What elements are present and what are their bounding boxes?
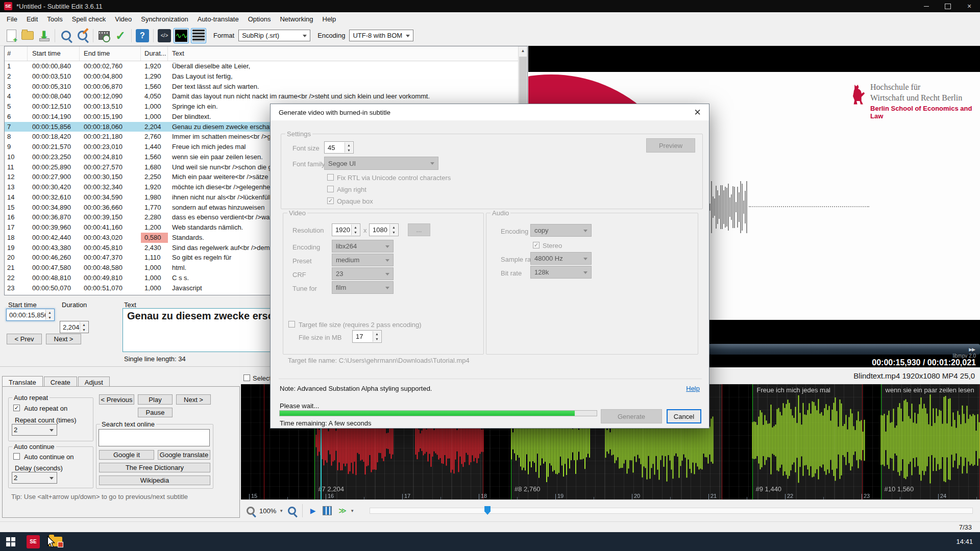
column-header-2[interactable]: Start time [28,46,80,61]
spinner-arrows-icon[interactable]: ▲▼ [389,224,398,235]
next-button[interactable]: Next > [176,394,211,405]
minimize-button[interactable] [916,0,937,12]
file-size-spinner[interactable]: 17 ▲▼ [352,330,382,343]
find-icon[interactable] [59,29,73,43]
delay-dropdown[interactable]: 2 [12,472,57,484]
waveform-scrollbar[interactable] [370,508,973,514]
help-icon[interactable]: ? [135,29,150,43]
font-family-dropdown[interactable]: Segoe UI [324,157,438,170]
waveform-position-marker[interactable] [484,506,491,515]
menu-item-help[interactable]: Help [318,13,341,25]
font-size-spinner[interactable]: 45 ▲▼ [324,141,354,154]
bit-rate-dropdown[interactable]: 128k [530,266,592,279]
duration-spinner[interactable]: 2,204 ▲▼ [60,321,89,333]
view-mode-button[interactable] [322,505,333,516]
spinner-arrows-icon[interactable]: ▲▼ [80,322,88,332]
subtitle-row-4[interactable]: 400:00:08,04000:00:12,0904,050Damit das … [5,91,527,102]
repeat-count-dropdown[interactable]: 2 [12,424,57,436]
help-link[interactable]: Help [686,385,700,392]
maximize-button[interactable] [937,0,959,12]
browse-resolution-button[interactable]: ... [408,223,430,236]
ruler-second-label: 15 [251,493,257,499]
progress-bar-fill [280,411,575,416]
open-folder-icon[interactable] [20,29,35,43]
sample-rate-dropdown[interactable]: 48000 Hz [530,252,592,265]
tune-dropdown[interactable]: film [332,281,394,294]
windows-start-icon[interactable] [6,537,15,546]
menu-item-spell-check[interactable]: Spell check [67,13,110,25]
playback-speed-button[interactable]: ≫ [336,505,347,516]
format-dropdown[interactable]: SubRip (.srt) [238,30,310,41]
google-it-button[interactable]: Google it [99,450,154,460]
title-bar: SE *Untitled - Subtitle Edit 3.6.11 × [0,0,980,12]
video-toggle-icon[interactable] [191,28,206,43]
menu-item-file[interactable]: File [2,13,22,25]
column-header-4[interactable]: Durat... [141,46,168,61]
save-icon[interactable]: ⬇ [37,29,51,43]
cancel-button[interactable]: Cancel [667,409,701,423]
close-button[interactable]: × [959,0,980,12]
stereo-checkbox[interactable]: ✓ [533,242,540,248]
menu-item-tools[interactable]: Tools [42,13,67,25]
preset-dropdown[interactable]: medium [332,254,394,266]
menu-item-options[interactable]: Options [243,13,276,25]
generate-button[interactable]: Generate [601,409,662,423]
menu-item-synchronization[interactable]: Synchronization [136,13,193,25]
encoding-dropdown[interactable]: UTF-8 with BOM [349,30,413,41]
chevron-down-icon[interactable]: ▼ [279,509,283,513]
column-header-3[interactable]: End time [80,46,141,61]
spinner-arrows-icon[interactable]: ▲▼ [345,142,353,153]
scroll-up-icon[interactable]: ▲ [519,46,527,55]
subtitle-row-2[interactable]: 200:00:03,51000:00:04,8001,290Das Layout… [5,71,527,82]
resolution-height-spinner[interactable]: 1080 ▲▼ [369,223,399,236]
pause-button[interactable]: Pause [138,408,173,417]
dialog-close-button[interactable]: ✕ [686,104,709,120]
search-input[interactable] [99,429,210,446]
play-waveform-button[interactable]: ▶ [307,505,318,516]
audio-encoding-dropdown[interactable]: copy [530,224,592,237]
preview-button[interactable]: Preview [646,138,695,153]
spinner-arrows-icon[interactable]: ▲▼ [351,224,359,235]
waveform-toggle-icon[interactable]: ∿∿ [174,28,189,43]
menu-item-auto-translate[interactable]: Auto-translate [193,13,243,25]
spinner-arrows-icon[interactable]: ▲▼ [45,310,54,320]
app-window: SE *Untitled - Subtitle Edit 3.6.11 × Fi… [0,0,980,551]
previous-button[interactable]: < Previous [99,394,134,405]
opaque-box-checkbox[interactable]: ✓ [327,197,334,204]
column-header-5[interactable]: Text [168,46,527,61]
zoom-in-button[interactable] [286,505,298,516]
align-right-checkbox[interactable] [327,186,334,192]
spinner-arrows-icon[interactable]: ▲▼ [373,331,381,342]
subtitle-row-3[interactable]: 300:00:05,31000:00:06,8701,560Der text l… [5,82,527,92]
auto-repeat-checkbox[interactable]: ✓ [13,405,20,411]
menu-item-networking[interactable]: Networking [275,13,317,25]
chevron-down-icon [303,35,307,37]
replace-icon[interactable] [75,29,89,43]
free-dictionary-button[interactable]: The Free Dictionary [99,463,210,472]
menu-item-edit[interactable]: Edit [22,13,42,25]
source-view-icon[interactable]: </> [157,29,172,43]
spell-check-icon[interactable]: ✓ [113,29,128,43]
column-header-1[interactable]: # [5,46,28,61]
chevron-down-icon[interactable]: ▼ [350,509,354,513]
fast-forward-icon[interactable]: ▶▶ [969,347,975,352]
resolution-width-spinner[interactable]: 1920 ▲▼ [332,223,360,236]
prev-subtitle-button[interactable]: < Prev [7,334,42,344]
auto-continue-checkbox[interactable] [13,453,20,460]
fix-rtl-checkbox[interactable] [327,174,334,181]
select-current-checkbox[interactable] [243,374,250,381]
taskbar-subtitle-edit-icon[interactable]: SE [27,535,40,548]
crf-dropdown[interactable]: 23 [332,267,394,280]
target-file-size-checkbox[interactable] [288,321,295,328]
menu-item-video[interactable]: Video [110,13,136,25]
visual-sync-icon[interactable] [97,29,111,43]
wikipedia-button[interactable]: Wikipedia [99,475,210,485]
new-file-icon[interactable]: + [4,29,18,43]
google-translate-button[interactable]: Google translate [158,450,210,460]
video-encoding-dropdown[interactable]: libx264 [332,240,394,253]
next-subtitle-button[interactable]: Next > [46,334,81,344]
start-time-spinner[interactable]: 00:00:15,856 ▲▼ [6,309,55,321]
subtitle-row-1[interactable]: 100:00:00,84000:00:02,7601,920Überall di… [5,61,527,71]
zoom-out-button[interactable] [245,505,256,516]
play-button[interactable]: Play [138,394,173,405]
